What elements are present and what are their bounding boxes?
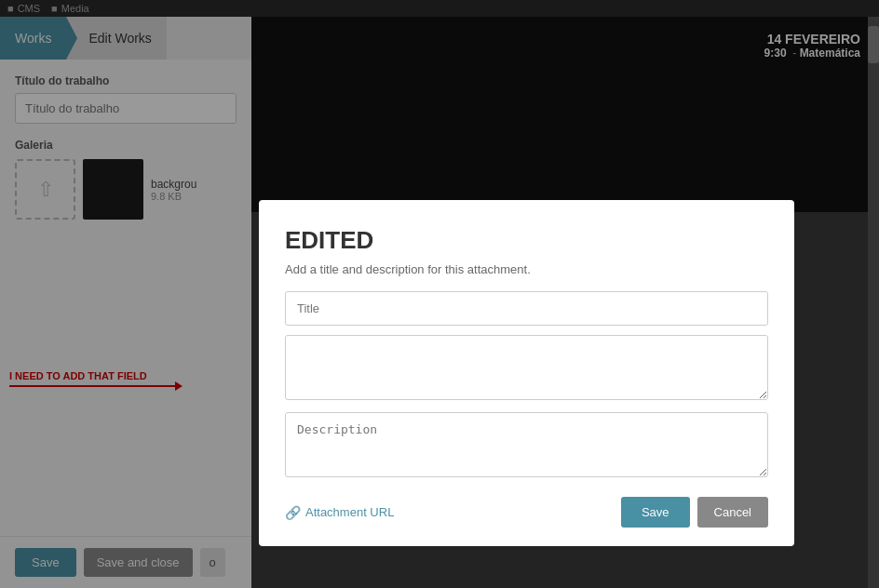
attachment-url-link[interactable]: 🔗 Attachment URL: [285, 505, 394, 520]
modal-title-input[interactable]: [285, 291, 768, 326]
attachment-url-label: Attachment URL: [305, 505, 394, 519]
modal-subtitle: Add a title and description for this att…: [285, 262, 768, 276]
modal-title: EDITED: [285, 226, 768, 255]
modal-body-textarea[interactable]: [285, 335, 768, 400]
modal-save-button[interactable]: Save: [621, 497, 690, 528]
modal-description-textarea[interactable]: [285, 412, 768, 477]
modal-footer: 🔗 Attachment URL Save Cancel: [285, 497, 768, 528]
modal-overlay: EDITED Add a title and description for t…: [0, 0, 879, 588]
modal-cancel-button[interactable]: Cancel: [697, 497, 768, 528]
link-icon: 🔗: [285, 505, 301, 520]
modal-buttons: Save Cancel: [621, 497, 768, 528]
modal: EDITED Add a title and description for t…: [259, 200, 794, 546]
